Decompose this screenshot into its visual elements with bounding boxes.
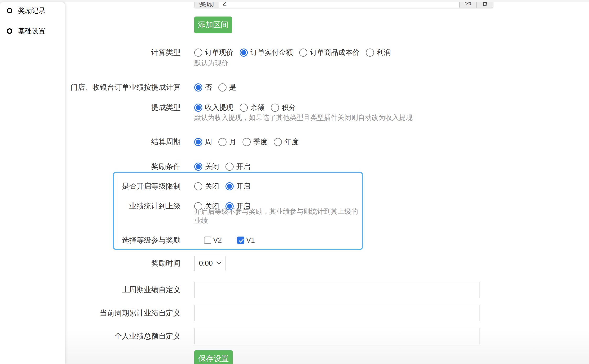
radio-option-quarter[interactable]: 季度: [243, 137, 267, 147]
helper-text: 开启后等级不参与奖励，其业绩参与则统计到其上级的业绩: [194, 211, 362, 221]
form-row-custom-total: 个人业绩总额自定义: [65, 328, 589, 344]
field-label: 业绩统计到上级: [114, 201, 181, 211]
form-row-custom-current: 当前周期累计业绩自定义: [65, 305, 589, 321]
reward-time-select[interactable]: 0:00: [194, 256, 225, 271]
add-interval-button[interactable]: 添加区间: [194, 17, 232, 33]
radio-option-on[interactable]: 开启: [225, 181, 250, 191]
custom-current-input[interactable]: [194, 305, 480, 321]
radio-icon: [299, 49, 307, 57]
radio-option-yes[interactable]: 是: [218, 83, 236, 92]
field-label: 奖励条件: [65, 162, 181, 172]
field-label: 个人业绩总额自定义: [65, 331, 181, 341]
field-label: 当前周期累计业绩自定义: [65, 308, 181, 318]
radio-option-income-withdraw[interactable]: 收入提现: [194, 103, 233, 112]
chevron-down-icon: [216, 261, 222, 266]
radio-option-points[interactable]: 积分: [271, 103, 296, 112]
field-label: 结算周期: [65, 137, 181, 147]
form-row-level-select: 选择等级参与奖励 V2 V1: [114, 235, 362, 245]
radio-option-profit[interactable]: 利润: [366, 48, 391, 57]
radio-icon: [274, 138, 282, 146]
interval-row: 奖励 %: [194, 2, 493, 8]
radio-checked-icon: [225, 202, 234, 210]
field-label: 计算类型: [65, 47, 181, 57]
checkbox-option-v1[interactable]: V1: [237, 236, 255, 244]
form-row-settle-cycle: 结算周期 周 月 季度 年度: [65, 137, 589, 147]
field-label: 是否开启等级限制: [114, 181, 181, 191]
reward-time-value: 0:00: [199, 259, 213, 267]
radio-icon: [225, 163, 234, 171]
radio-option-no[interactable]: 否: [194, 83, 212, 92]
radio-checked-icon: [194, 83, 202, 92]
radio-checked-icon: [240, 49, 248, 57]
circle-icon: [7, 28, 12, 34]
interval-percent-addon: %: [459, 2, 476, 8]
custom-prev-input[interactable]: [194, 282, 480, 298]
field-label: 选择等级参与奖励: [114, 235, 181, 245]
checkbox-option-v2[interactable]: V2: [204, 236, 222, 244]
radio-group-level-limit: 关闭 开启: [194, 181, 250, 191]
checkbox-icon: [204, 237, 211, 244]
radio-option-week[interactable]: 周: [194, 137, 212, 147]
radio-checked-icon: [194, 138, 202, 146]
radio-option-balance[interactable]: 余额: [240, 103, 265, 112]
radio-checked-icon: [225, 182, 234, 190]
radio-group-settle-cycle: 周 月 季度 年度: [194, 137, 299, 147]
helper-text: 默认为收入提现，如果选了其他类型且类型插件关闭则自动改为收入提现: [194, 113, 589, 122]
radio-group-calc-type: 订单现价 订单实付金额 订单商品成本价 利润: [194, 48, 391, 57]
helper-text: 默认为现价: [194, 58, 589, 68]
radio-checked-icon: [194, 163, 202, 171]
radio-option-year[interactable]: 年度: [274, 137, 299, 147]
trash-icon: [481, 2, 488, 8]
sidebar-item-reward-records[interactable]: 奖励记录: [0, 4, 65, 17]
form-row-calc-type: 计算类型 订单现价 订单实付金额 订单商品成本价 利润: [65, 47, 589, 58]
form-row-custom-prev: 上周期业绩自定义: [65, 282, 589, 298]
interval-amount-input[interactable]: [219, 2, 459, 8]
radio-group-store-commission: 否 是: [194, 83, 236, 92]
settings-panel: 奖励 % 添加区间 计算类型 订单现价 订单实付金额 订单商品成本价: [65, 2, 589, 364]
sidebar-item-label: 基础设置: [18, 26, 45, 36]
form-row-reward-time: 奖励时间 0:00: [65, 256, 589, 271]
radio-icon: [218, 83, 227, 92]
radio-icon: [240, 104, 248, 112]
radio-option-order-paid-amount[interactable]: 订单实付金额: [240, 48, 293, 57]
radio-icon: [194, 49, 202, 57]
radio-icon: [218, 138, 227, 146]
checkbox-group-levels: V2 V1: [204, 236, 255, 244]
radio-checked-icon: [194, 104, 202, 112]
highlight-box: 是否开启等级限制 关闭 开启 业绩统计到上级 关闭: [113, 172, 363, 250]
custom-total-input[interactable]: [194, 328, 480, 344]
form-row-commission-type: 提成类型 收入提现 余额 积分: [65, 102, 589, 113]
radio-option-on[interactable]: 开启: [225, 162, 250, 171]
interval-delete-button[interactable]: [476, 2, 493, 8]
form-row-store-commission: 门店、收银台订单业绩按提成计算 否 是: [65, 82, 589, 93]
radio-group-commission-type: 收入提现 余额 积分: [194, 103, 296, 112]
radio-icon: [271, 104, 279, 112]
radio-option-off[interactable]: 关闭: [194, 181, 219, 191]
radio-group-reward-condition: 关闭 开启: [194, 162, 250, 171]
form-row-reward-condition: 奖励条件 关闭 开启: [65, 161, 589, 172]
circle-icon: [7, 8, 12, 13]
radio-option-order-cost-price[interactable]: 订单商品成本价: [299, 48, 360, 57]
radio-option-order-price[interactable]: 订单现价: [194, 48, 233, 57]
field-label: 奖励时间: [65, 258, 181, 268]
radio-icon: [243, 138, 251, 146]
sidebar-item-basic-settings[interactable]: 基础设置: [0, 24, 65, 38]
radio-icon: [194, 202, 202, 210]
sidebar-item-label: 奖励记录: [18, 6, 45, 15]
radio-option-off[interactable]: 关闭: [194, 162, 219, 171]
field-label: 提成类型: [65, 103, 181, 113]
field-label: 门店、收银台订单业绩按提成计算: [65, 82, 181, 92]
checkbox-checked-icon: [237, 237, 244, 244]
field-label: 上周期业绩自定义: [65, 285, 181, 295]
form-row-level-limit: 是否开启等级限制 关闭 开启: [114, 181, 362, 191]
sidebar: 奖励记录 基础设置: [0, 2, 65, 364]
save-settings-button[interactable]: 保存设置: [194, 350, 233, 364]
radio-icon: [194, 182, 202, 190]
radio-icon: [366, 49, 374, 57]
reward-time-control: 0:00: [194, 256, 225, 271]
radio-option-month[interactable]: 月: [218, 137, 236, 147]
interval-prefix-addon: 奖励: [194, 2, 219, 8]
